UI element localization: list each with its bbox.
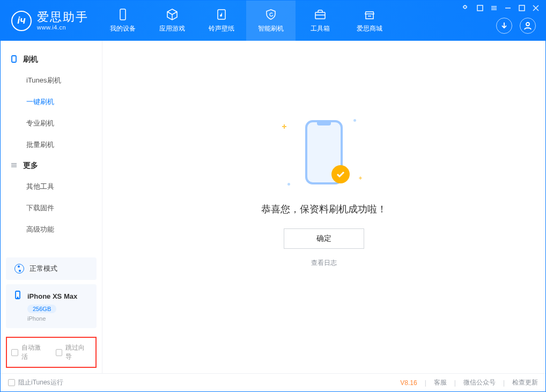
device-panel[interactable]: iPhone XS Max 256GB iPhone [6, 284, 97, 328]
music-icon [215, 8, 228, 21]
check-update-link[interactable]: 检查更新 [512, 378, 538, 387]
app-url: www.i4.cn [37, 24, 88, 31]
skin-icon[interactable] [476, 4, 484, 12]
success-illustration [276, 115, 372, 190]
device-storage: 256GB [27, 305, 56, 313]
sidebar-item-itunes-flash[interactable]: iTunes刷机 [1, 70, 102, 91]
svg-rect-4 [519, 5, 525, 11]
sidebar-item-advanced[interactable]: 高级功能 [1, 219, 102, 240]
tab-toolbox[interactable]: 工具箱 [296, 1, 345, 41]
tab-label: 智能刷机 [258, 24, 284, 33]
svg-rect-6 [12, 56, 16, 62]
checkbox-label: 自动激活 [21, 343, 47, 361]
app-window: iч 爱思助手 www.i4.cn 我的设备 应用游戏 铃声壁纸 智能刷机 [0, 0, 546, 392]
titlebar: iч 爱思助手 www.i4.cn 我的设备 应用游戏 铃声壁纸 智能刷机 [1, 1, 545, 41]
theme-icon[interactable] [462, 4, 470, 12]
device-type: iPhone [27, 315, 89, 322]
sidebar-item-onekey-flash[interactable]: 一键刷机 [1, 91, 102, 113]
svg-rect-0 [120, 9, 126, 20]
tab-apps-games[interactable]: 应用游戏 [147, 1, 197, 41]
top-tabs: 我的设备 应用游戏 铃声壁纸 智能刷机 工具箱 爱思商城 [98, 1, 394, 41]
tab-label: 我的设备 [110, 24, 136, 33]
section-more: 更多 [1, 156, 102, 176]
view-log-link[interactable]: 查看日志 [311, 258, 337, 268]
more-icon [10, 161, 18, 171]
svg-rect-3 [477, 5, 483, 11]
svg-rect-2 [315, 12, 325, 19]
tab-store[interactable]: 爱思商城 [345, 1, 394, 41]
statusbar: 阻止iTunes运行 V8.16 | 客服 | 微信公众号 | 检查更新 [1, 373, 545, 391]
close-icon[interactable] [532, 4, 540, 12]
section-flash: 刷机 [1, 49, 102, 70]
checkbox-icon [56, 349, 63, 356]
mode-panel[interactable]: 正常模式 [6, 257, 97, 280]
checkbox-label: 跳过向导 [65, 343, 91, 361]
version-label: V8.16 [400, 379, 417, 387]
checkbox-highlight-box: 自动激活 跳过向导 [6, 337, 97, 368]
check-badge-icon [331, 165, 350, 183]
device-name: iPhone XS Max [27, 292, 77, 300]
tab-smart-flash[interactable]: 智能刷机 [246, 1, 296, 41]
ok-button[interactable]: 确定 [284, 228, 364, 249]
success-message: 恭喜您，保资料刷机成功啦！ [261, 203, 387, 216]
mode-icon [14, 264, 24, 273]
phone-icon [10, 55, 18, 64]
section-title: 刷机 [23, 55, 38, 64]
body: 刷机 iTunes刷机 一键刷机 专业刷机 批量刷机 更多 其他工具 下载固件 … [1, 41, 545, 373]
cube-icon [166, 8, 179, 21]
tab-label: 应用游戏 [159, 24, 185, 33]
section-title: 更多 [23, 161, 38, 171]
tab-label: 爱思商城 [357, 24, 382, 33]
wechat-link[interactable]: 微信公众号 [463, 378, 496, 387]
checkbox-label: 阻止iTunes运行 [18, 378, 63, 387]
tab-label: 铃声壁纸 [209, 24, 234, 33]
checkbox-icon [8, 379, 15, 386]
checkbox-icon [11, 349, 18, 356]
logo-area: iч 爱思助手 www.i4.cn [1, 1, 98, 41]
phone-icon [13, 291, 22, 301]
checkbox-skip-guide[interactable]: 跳过向导 [56, 343, 92, 361]
store-icon [363, 8, 376, 21]
tab-ringtones[interactable]: 铃声壁纸 [197, 1, 246, 41]
window-buttons [462, 1, 545, 12]
main-content: 恭喜您，保资料刷机成功啦！ 确定 查看日志 [102, 41, 545, 373]
logo-icon: iч [11, 11, 32, 31]
svg-point-5 [526, 23, 529, 26]
maximize-icon[interactable] [518, 4, 526, 12]
support-link[interactable]: 客服 [434, 378, 447, 387]
menu-icon[interactable] [490, 4, 498, 12]
app-title: 爱思助手 [37, 11, 88, 24]
account-button[interactable] [520, 18, 536, 34]
device-icon [116, 8, 129, 21]
sidebar-item-other-tools[interactable]: 其他工具 [1, 176, 102, 197]
svg-point-8 [17, 297, 18, 298]
checkbox-block-itunes[interactable]: 阻止iTunes运行 [8, 378, 63, 387]
sidebar-item-pro-flash[interactable]: 专业刷机 [1, 113, 102, 134]
mode-label: 正常模式 [29, 264, 57, 273]
tab-my-device[interactable]: 我的设备 [98, 1, 147, 41]
tab-label: 工具箱 [311, 24, 330, 33]
sidebar: 刷机 iTunes刷机 一键刷机 专业刷机 批量刷机 更多 其他工具 下载固件 … [1, 41, 102, 373]
checkbox-auto-activate[interactable]: 自动激活 [11, 343, 47, 361]
sidebar-item-batch-flash[interactable]: 批量刷机 [1, 134, 102, 156]
refresh-shield-icon [264, 8, 277, 21]
minimize-icon[interactable] [504, 4, 512, 12]
download-button[interactable] [496, 18, 512, 34]
toolbox-icon [314, 8, 327, 21]
sidebar-item-download-firmware[interactable]: 下载固件 [1, 197, 102, 219]
